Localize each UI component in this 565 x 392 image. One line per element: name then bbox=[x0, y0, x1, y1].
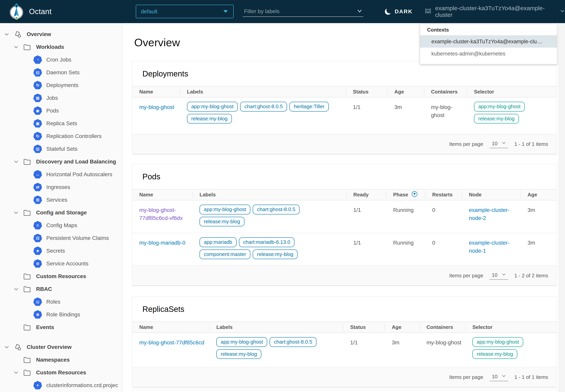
page-size-select[interactable]: 10 bbox=[490, 140, 508, 148]
theme-toggle[interactable]: DARK bbox=[385, 0, 413, 23]
sidebar-item-ingresses[interactable]: ⇄Ingresses bbox=[0, 181, 122, 194]
applications-icon bbox=[14, 343, 27, 351]
sidebar-item-overview[interactable]: Overview bbox=[0, 28, 122, 41]
sidebar-item-events[interactable]: Events bbox=[0, 321, 122, 334]
sidebar-item-custom-resources[interactable]: Custom Resources bbox=[0, 366, 122, 379]
resource-link[interactable]: example-cluster-node-2 bbox=[469, 207, 509, 221]
sidebar-item-horizontal-pod-autoscalers[interactable]: ↔Horizontal Pod Autoscalers bbox=[0, 168, 122, 181]
cell-labels: app:my-blog-ghostchart:ghost-8.0.5releas… bbox=[209, 333, 343, 367]
column-header-label: Name bbox=[139, 192, 153, 198]
table-row: my-blog-ghost-77df85c6cdapp:my-blog-ghos… bbox=[132, 333, 557, 367]
sidebar-item-cluster-overview[interactable]: Cluster Overview bbox=[0, 341, 122, 353]
namespace-select[interactable]: default bbox=[136, 5, 234, 18]
sidebar-item-workloads[interactable]: Workloads bbox=[0, 41, 122, 53]
sidebar-item-config-maps[interactable]: ≡Config Maps bbox=[0, 219, 122, 232]
page-size-select[interactable]: 10 bbox=[490, 272, 508, 280]
k8s-label: chart:ghost-8.0.5 bbox=[240, 102, 287, 112]
sidebar-item-rbac[interactable]: RBAC bbox=[0, 283, 122, 295]
sidebar-item-daemon-sets[interactable]: ▤Daemon Sets bbox=[0, 66, 122, 79]
context-menu-item[interactable]: kubernetes-admin@kubernetes bbox=[420, 48, 557, 60]
job-icon: ▦ bbox=[33, 94, 46, 102]
sidebar: OverviewWorkloads◔Cron Jobs▤Daemon Sets↻… bbox=[0, 23, 122, 392]
sidebar-item-replication-controllers[interactable]: ↻Replication Controllers bbox=[0, 130, 122, 142]
sidebar-item-replica-sets[interactable]: ▣Replica Sets bbox=[0, 117, 122, 130]
chevron-down-icon[interactable] bbox=[13, 286, 23, 292]
sidebar-item-cron-jobs[interactable]: ◔Cron Jobs bbox=[0, 53, 122, 66]
cell-selector: app:my-blog-ghostrelease:my-blog bbox=[467, 98, 557, 134]
column-header-phase: Phase bbox=[386, 189, 425, 200]
sidebar-item-services[interactable]: ⊞Services bbox=[0, 194, 122, 206]
chevron-down-icon[interactable] bbox=[4, 344, 14, 350]
chevron-down-icon[interactable] bbox=[13, 44, 23, 50]
column-header-label: Age bbox=[392, 324, 401, 330]
scrollbar[interactable] bbox=[559, 23, 565, 392]
cell-text: 1/1 bbox=[353, 104, 361, 110]
sidebar-item-label: Stateful Sets bbox=[46, 146, 77, 152]
folder-icon bbox=[23, 369, 36, 377]
filter-icon[interactable] bbox=[411, 191, 418, 198]
chevron-down-icon[interactable] bbox=[4, 31, 14, 37]
column-header-status: Status bbox=[346, 86, 387, 97]
sidebar-item-deployments[interactable]: ↻Deployments bbox=[0, 79, 122, 92]
sidebar-item-label: Namespaces bbox=[36, 357, 70, 363]
sidebar-item-namespaces[interactable]: Namespaces bbox=[0, 353, 122, 366]
resource-link[interactable]: my-blog-ghost bbox=[139, 104, 174, 110]
sidebar-item-jobs[interactable]: ▦Jobs bbox=[0, 92, 122, 104]
k8s-label: app:mariadb bbox=[199, 237, 237, 247]
sidebar-item-label: Jobs bbox=[46, 95, 58, 101]
chevron-down-icon[interactable] bbox=[13, 159, 23, 165]
sidebar-item-custom-resources[interactable]: Custom Resources bbox=[0, 270, 122, 283]
label-filter[interactable] bbox=[243, 6, 363, 17]
sidebar-item-discovery-and-load-balancing[interactable]: Discovery and Load Balancing bbox=[0, 155, 122, 168]
sidebar-item-label: Config and Storage bbox=[36, 210, 87, 216]
cell-labels: app:my-blog-ghostchart:ghost-8.0.5releas… bbox=[193, 200, 346, 233]
sidebar-item-secrets[interactable]: ∗Secrets bbox=[0, 244, 122, 257]
context-switcher[interactable]: example-cluster-ka3TuTzYo4a@example-clus… bbox=[425, 0, 565, 23]
cell-text: Running bbox=[393, 207, 414, 213]
app-header: Octant default DARK example-cluster-ka3T… bbox=[0, 0, 565, 23]
column-header-label: Containers bbox=[431, 89, 458, 95]
label-filter-input[interactable] bbox=[244, 8, 346, 15]
page-size-value: 10 bbox=[492, 140, 498, 147]
chevron-down-icon[interactable] bbox=[13, 370, 23, 375]
column-header-ready: Ready bbox=[346, 189, 386, 200]
column-header-label: Node bbox=[469, 192, 482, 198]
sidebar-item-label: Events bbox=[36, 324, 54, 330]
pagination-range: 1 - 2 of 2 items bbox=[514, 273, 548, 279]
sidebar-item-clusterinformations-crd-projec[interactable]: +clusterinformations.crd.projec bbox=[0, 379, 122, 392]
k8s-label: app:my-blog-ghost bbox=[199, 205, 250, 214]
chevron-down-icon bbox=[560, 8, 565, 15]
k8s-label: release:my-blog bbox=[253, 250, 297, 259]
resource-link[interactable]: my-blog-mariadb-0 bbox=[139, 240, 185, 246]
secret-icon: ∗ bbox=[33, 247, 46, 255]
folder-icon bbox=[23, 272, 36, 280]
sidebar-item-role-bindings[interactable]: ⊕Role Bindings bbox=[0, 308, 122, 321]
cell-containers: my-blog-ghost bbox=[424, 98, 467, 134]
pod-icon: ◉ bbox=[33, 106, 46, 115]
table-row: my-blog-ghostapp:my-blog-ghostchart:ghos… bbox=[132, 98, 557, 134]
sidebar-item-persistent-volume-claims[interactable]: ⊟Persistent Volume Claims bbox=[0, 232, 122, 244]
context-menu-item[interactable]: example-cluster-ka3TuTzYo4a@example-clu… bbox=[420, 35, 557, 48]
table-row: my-blog-mariadb-0app:mariadbchart:mariad… bbox=[132, 233, 557, 266]
chevron-down-icon[interactable] bbox=[13, 210, 23, 215]
cell-restarts: 0 bbox=[425, 200, 462, 233]
page-size-select[interactable]: 10 bbox=[490, 373, 508, 381]
main-content: Overview DeploymentsNameLabelsStatusAgeC… bbox=[122, 23, 559, 392]
column-header-label: Labels bbox=[187, 89, 203, 95]
resource-link[interactable]: my-blog-ghost-77df85c6cd-vf6dx bbox=[139, 207, 183, 221]
resource-link[interactable]: example-cluster-node-1 bbox=[469, 240, 509, 254]
sidebar-item-stateful-sets[interactable]: ▥Stateful Sets bbox=[0, 142, 122, 155]
column-header-label: Name bbox=[139, 324, 153, 330]
sidebar-item-config-and-storage[interactable]: Config and Storage bbox=[0, 206, 122, 219]
resource-link[interactable]: my-blog-ghost-77df85c6cd bbox=[139, 339, 204, 346]
cell-name: my-blog-mariadb-0 bbox=[132, 233, 193, 266]
sidebar-item-pods[interactable]: ◉Pods bbox=[0, 104, 122, 117]
sidebar-item-service-accounts[interactable]: ⊙Service Accounts bbox=[0, 257, 122, 270]
column-header-label: Name bbox=[139, 89, 153, 95]
k8s-label: release:my-blog bbox=[199, 217, 244, 226]
folder-icon bbox=[23, 158, 36, 166]
chevron-down-icon[interactable] bbox=[357, 8, 363, 15]
sidebar-item-roles[interactable]: ◎Roles bbox=[0, 295, 122, 308]
cell-text: 0 bbox=[432, 240, 435, 246]
table-header-row: NameLabelsStatusAgeContainersSelector bbox=[132, 322, 557, 333]
